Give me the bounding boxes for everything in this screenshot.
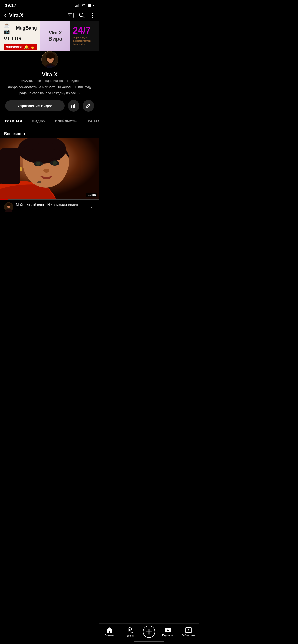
mugbang-text: MugBang xyxy=(16,26,37,31)
banner-247: 24/7 xyxy=(73,26,91,35)
svg-point-26 xyxy=(36,162,40,166)
search-icon[interactable] xyxy=(79,12,85,18)
video-avatar xyxy=(4,202,13,212)
banner-right: 24/7 vk: porchy@el inst:blacklmambal tik… xyxy=(70,21,99,51)
social1: vk: porchy@el xyxy=(73,36,91,40)
video-info-row: Мой первый влог ! Не снимала видео... ⋮ xyxy=(0,200,99,214)
svg-rect-1 xyxy=(76,5,77,7)
battery-icon xyxy=(88,4,94,7)
back-button[interactable]: ‹ xyxy=(4,12,6,19)
status-bar: 19:17 xyxy=(0,0,99,10)
svg-rect-2 xyxy=(77,5,78,7)
cursor-icon: 👆 xyxy=(30,45,34,49)
svg-rect-0 xyxy=(75,6,76,7)
video-thumbnail[interactable]: 10:55 xyxy=(0,138,99,200)
svg-point-32 xyxy=(7,203,11,206)
svg-point-29 xyxy=(20,167,22,171)
bell-icon: 🔔 xyxy=(24,45,29,49)
channel-description: Добро пожаловать на мой уютный канал ! Я… xyxy=(5,85,94,96)
more-icon[interactable]: ⋮ xyxy=(90,12,95,19)
analytics-button[interactable] xyxy=(68,100,79,112)
tab-home[interactable]: ГЛАВНАЯ xyxy=(0,116,27,127)
top-nav: ‹ Vira.X ⋮ xyxy=(0,10,99,21)
channel-name: Vira.X xyxy=(42,71,58,78)
channel-info: Vira.X @XVira. · Нет подписчиков · 1 вид… xyxy=(0,51,99,96)
subscribe-btn[interactable]: SUBSCRIBE 🔔 👆 xyxy=(4,44,37,50)
social2: inst:blacklmambal xyxy=(73,39,91,43)
video-more-button[interactable]: ⋮ xyxy=(88,202,95,209)
section-heading: Все видео xyxy=(0,127,99,138)
svg-rect-3 xyxy=(78,4,79,7)
wifi-icon xyxy=(82,4,86,7)
mugbang-icon: ☕📷 xyxy=(4,22,15,34)
analytics-icon xyxy=(71,103,76,108)
meta-separator: · xyxy=(34,79,35,83)
svg-rect-15 xyxy=(73,105,74,108)
banner-left: ☕📷 MugBang VLOG SUBSCRIBE 🔔 👆 xyxy=(0,21,40,51)
svg-point-28 xyxy=(43,169,49,173)
svg-rect-16 xyxy=(74,104,75,108)
avatar xyxy=(40,50,59,69)
tabs: ГЛАВНАЯ ВИДЕО ПЛЕЙЛИСТЫ КАНАЛЫ xyxy=(0,116,99,127)
action-row: Управление видео xyxy=(0,96,99,116)
channel-title: Vira.X xyxy=(9,12,23,18)
thumb-face: 10:55 xyxy=(0,138,99,199)
banner-name-ru: Вира xyxy=(48,36,62,42)
channel-handle: @XVira. xyxy=(21,79,33,83)
channel-banner: ☕📷 MugBang VLOG SUBSCRIBE 🔔 👆 Vira.X Вир… xyxy=(0,21,99,51)
svg-rect-6 xyxy=(88,4,91,7)
tabs-container: ГЛАВНАЯ ВИДЕО ПЛЕЙЛИСТЫ КАНАЛЫ xyxy=(0,116,99,127)
banner-social: vk: porchy@el inst:blacklmambal tiktok: … xyxy=(73,36,91,47)
progress-bar xyxy=(0,199,99,200)
tab-videos[interactable]: ВИДЕО xyxy=(27,116,50,127)
edit-button[interactable] xyxy=(83,100,94,112)
status-time: 19:17 xyxy=(5,3,16,8)
edit-icon xyxy=(86,103,91,108)
channel-meta: @XVira. · Нет подписчиков · 1 видео xyxy=(21,79,79,83)
video-title: Мой первый влог ! Не снимала видео... xyxy=(16,202,86,208)
subscribe-label: SUBSCRIBE xyxy=(6,46,23,49)
video-duration: 10:55 xyxy=(86,193,97,197)
vlog-text: VLOG xyxy=(4,35,21,42)
nav-right: ⋮ xyxy=(68,12,95,19)
svg-point-27 xyxy=(53,161,57,165)
status-icons xyxy=(75,4,94,7)
svg-rect-14 xyxy=(71,105,72,108)
svg-rect-5 xyxy=(93,5,94,6)
signal-icon xyxy=(75,4,80,7)
avatar-image xyxy=(41,51,58,68)
banner-center: Vira.X Вира xyxy=(40,21,70,51)
svg-line-9 xyxy=(83,16,84,18)
social3: tiktok: x.vira xyxy=(73,43,91,47)
svg-rect-23 xyxy=(0,148,20,184)
meta-separator2: · xyxy=(64,79,65,83)
chevron-right-icon[interactable]: › xyxy=(79,91,80,95)
cast-icon[interactable] xyxy=(68,13,74,18)
manage-video-button[interactable]: Управление видео xyxy=(5,100,65,111)
channel-videos: 1 видео xyxy=(67,79,79,83)
banner-name-en: Vira.X xyxy=(49,30,62,36)
nav-left: ‹ Vira.X xyxy=(4,12,23,19)
channel-subscribers: Нет подписчиков xyxy=(37,79,63,83)
tab-channels[interactable]: КАНАЛЫ xyxy=(83,116,99,127)
progress-fill xyxy=(0,199,8,200)
tab-playlists[interactable]: ПЛЕЙЛИСТЫ xyxy=(50,116,83,127)
